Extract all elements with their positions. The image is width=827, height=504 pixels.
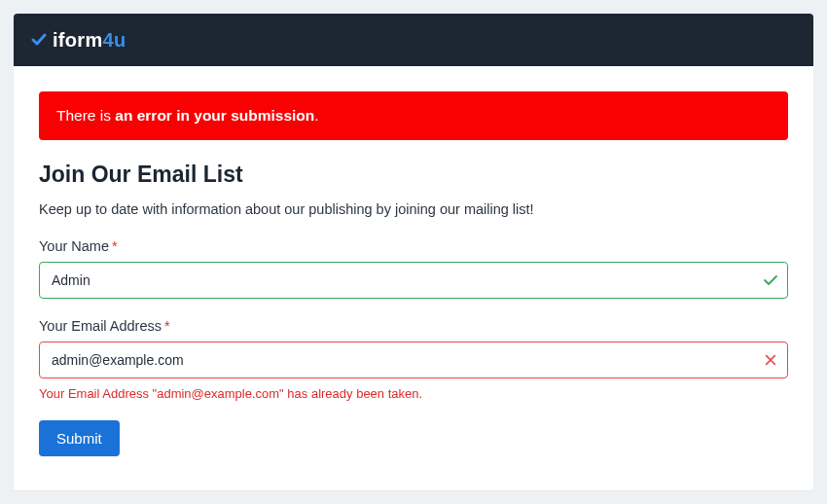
close-icon bbox=[763, 352, 778, 368]
brand-name-part2: 4u bbox=[103, 29, 126, 51]
required-star: * bbox=[112, 238, 118, 254]
error-alert-bold: an error in your submission bbox=[115, 107, 314, 124]
header-bar: iform4u bbox=[14, 14, 813, 66]
error-alert-prefix: There is bbox=[56, 107, 115, 124]
email-label-text: Your Email Address bbox=[39, 318, 162, 334]
email-field-group: Your Email Address* Your Email Address "… bbox=[39, 318, 788, 401]
name-field-group: Your Name* bbox=[39, 238, 788, 299]
brand-logo[interactable]: iform4u bbox=[31, 29, 126, 52]
name-input-wrap bbox=[39, 262, 788, 299]
content-area: There is an error in your submission. Jo… bbox=[14, 66, 813, 476]
name-label: Your Name* bbox=[39, 238, 788, 254]
email-input-wrap bbox=[39, 342, 788, 378]
email-label: Your Email Address* bbox=[39, 318, 788, 334]
page-subtitle: Keep up to date with information about o… bbox=[39, 201, 788, 217]
error-alert-suffix: . bbox=[314, 107, 318, 124]
email-input[interactable] bbox=[39, 342, 788, 378]
check-icon bbox=[31, 32, 47, 48]
page-title: Join Our Email List bbox=[39, 162, 788, 188]
error-alert: There is an error in your submission. bbox=[39, 91, 788, 140]
app-card: iform4u There is an error in your submis… bbox=[14, 14, 813, 490]
email-error-text: Your Email Address "admin@example.com" h… bbox=[39, 386, 788, 401]
name-input[interactable] bbox=[39, 262, 788, 299]
required-star: * bbox=[164, 318, 170, 334]
brand-name-part1: iform bbox=[53, 29, 103, 51]
check-icon bbox=[763, 272, 778, 288]
name-label-text: Your Name bbox=[39, 238, 109, 254]
submit-button[interactable]: Submit bbox=[39, 420, 120, 456]
